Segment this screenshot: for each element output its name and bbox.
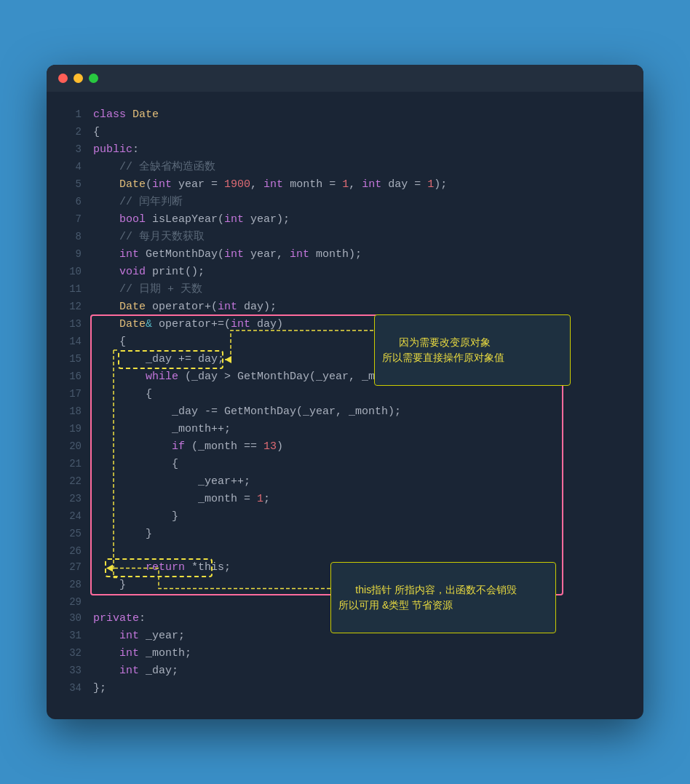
line-code: // 闰年判断 (93, 194, 629, 211)
line-code: int _year; (93, 627, 629, 645)
line-number: 33 (61, 662, 82, 678)
code-token: 1900 (224, 178, 250, 191)
code-token: *this; (185, 561, 231, 574)
code-token: 1 (257, 493, 263, 505)
line-code: } (93, 508, 629, 526)
code-line: 3public: (61, 141, 629, 159)
code-token: GetMonthDay( (139, 248, 224, 261)
code-token (93, 248, 119, 261)
code-token: int (231, 318, 250, 330)
line-number: 31 (61, 627, 82, 644)
line-code: _month = 1; (93, 491, 629, 508)
line-number: 25 (61, 526, 82, 542)
line-number: 23 (61, 491, 82, 507)
code-line: 15 _day += day; (61, 351, 629, 368)
code-token: class (93, 108, 132, 121)
code-line: 32 int _month; (61, 645, 629, 662)
line-code: } (93, 526, 629, 543)
line-code: class Date (93, 106, 629, 124)
code-token: Date (119, 301, 146, 313)
code-line: 12 Date operator+(int day); (61, 298, 629, 316)
code-line: 5 Date(int year = 1900, int month = 1, i… (61, 176, 629, 194)
line-code: { (93, 333, 629, 351)
line-code: int _day; (93, 662, 629, 680)
line-number: 6 (61, 194, 82, 210)
code-token: } (93, 682, 100, 694)
line-code: } (93, 577, 629, 594)
line-code: void print(); (93, 264, 629, 281)
code-line: 34}; (61, 680, 629, 697)
line-code: // 日期 + 天数 (93, 281, 629, 298)
code-token: ) (277, 440, 283, 453)
line-number: 9 (61, 246, 82, 262)
code-line: 28 } (61, 577, 629, 594)
code-token: year = (172, 178, 224, 191)
code-token (93, 561, 146, 574)
line-code: bool isLeapYear(int year); (93, 211, 629, 229)
close-button[interactable] (58, 74, 68, 83)
line-number: 12 (61, 298, 82, 314)
code-token: operator+( (146, 301, 218, 313)
line-code: int GetMonthDay(int year, int month); (93, 246, 629, 264)
line-code: }; (93, 680, 629, 697)
code-token: // 闰年判断 (93, 196, 183, 208)
code-token: bool (119, 213, 146, 226)
code-token: Date (119, 178, 146, 191)
line-number: 4 (61, 159, 82, 175)
code-line: 30private: (61, 610, 629, 627)
code-token: { (93, 388, 152, 400)
code-token: month); (309, 248, 362, 261)
line-number: 24 (61, 508, 82, 524)
code-token: // 每月天数获取 (93, 231, 205, 243)
code-token (93, 630, 119, 642)
code-token: year); (244, 213, 290, 226)
line-number: 11 (61, 281, 82, 297)
line-code: { (93, 124, 629, 141)
code-token: : (139, 612, 146, 625)
code-token: int (119, 647, 139, 660)
line-code: // 全缺省构造函数 (93, 159, 629, 176)
code-token: return (146, 561, 185, 574)
code-line: 4 // 全缺省构造函数 (61, 159, 629, 176)
line-number: 10 (61, 264, 82, 280)
code-token: , (250, 178, 263, 191)
code-token: 1 (342, 178, 349, 191)
code-line: 21 { (61, 456, 629, 473)
line-number: 16 (61, 368, 82, 384)
minimize-button[interactable] (74, 74, 83, 83)
code-line: 13 Date& operator+=(int day) (61, 316, 629, 333)
titlebar (47, 65, 643, 92)
line-number: 13 (61, 316, 82, 332)
maximize-button[interactable] (89, 74, 98, 83)
line-number: 18 (61, 403, 82, 419)
code-line: 10 void print(); (61, 264, 629, 281)
line-number: 1 (61, 106, 82, 122)
code-token: int (290, 248, 309, 261)
code-token: int (218, 301, 237, 313)
line-number: 27 (61, 559, 82, 575)
code-token: _year; (139, 630, 185, 642)
line-number: 34 (61, 680, 82, 696)
code-token: Date (119, 318, 146, 330)
code-token: _day; (139, 665, 178, 677)
code-token (93, 318, 119, 330)
code-token: ; (100, 682, 106, 694)
line-number: 22 (61, 473, 82, 489)
code-line: 2{ (61, 124, 629, 141)
code-token: day) (250, 318, 283, 330)
code-line: 18 _day -= GetMonthDay(_year, _month); (61, 403, 629, 421)
code-token: day); (237, 301, 277, 313)
code-token: int (263, 178, 283, 191)
code-line: 20 if (_month == 13) (61, 438, 629, 456)
code-token (93, 647, 119, 660)
line-number: 30 (61, 610, 82, 626)
code-token: _month; (139, 647, 191, 660)
code-line: 1class Date (61, 106, 629, 124)
code-token: int (224, 248, 244, 261)
code-line: 26 (61, 543, 629, 559)
code-token: (_month == (185, 440, 263, 453)
line-number: 8 (61, 229, 82, 245)
code-token: int (119, 630, 139, 642)
code-token: public (93, 143, 132, 156)
code-token (93, 440, 172, 453)
